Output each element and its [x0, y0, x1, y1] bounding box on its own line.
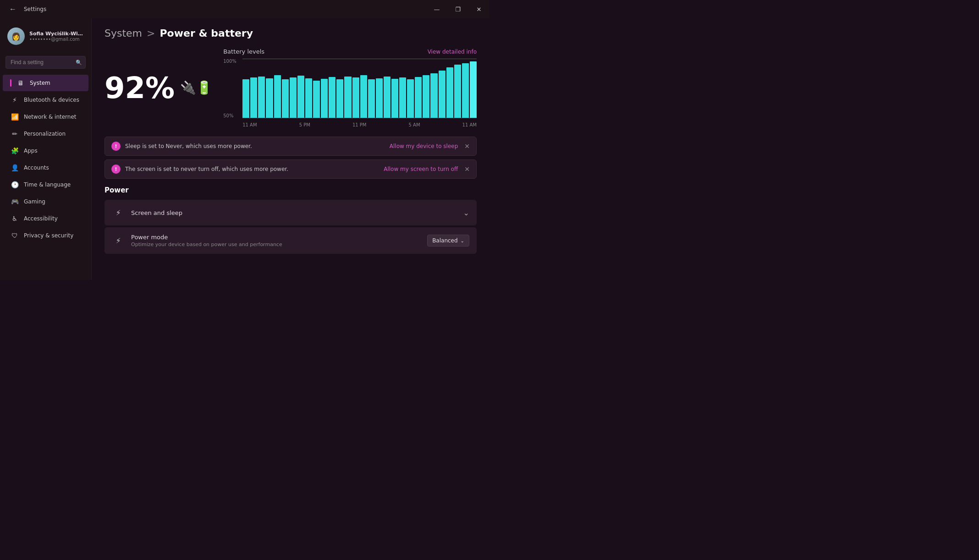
- active-indicator: [10, 79, 11, 87]
- notification-sleep: ! Sleep is set to Never, which uses more…: [104, 137, 477, 156]
- chart-bar: [266, 78, 273, 118]
- nav-label-bluetooth: Bluetooth & devices: [24, 97, 79, 103]
- chart-bar: [258, 77, 265, 118]
- chart-bar: [282, 79, 289, 118]
- nav-items-container: 🖥 System ⚡ Bluetooth & devices 📶 Network…: [0, 74, 91, 244]
- nav-icon-system: 🖥: [16, 78, 25, 88]
- search-box: 🔍: [6, 56, 86, 69]
- back-button[interactable]: ←: [6, 3, 20, 15]
- sidebar-item-accounts[interactable]: 👤 Accounts: [3, 159, 88, 176]
- nav-icon-bluetooth: ⚡: [10, 95, 19, 104]
- user-info: Sofia Wyciślik-Wilson ••••••••@gmail.com: [29, 31, 84, 42]
- chart-bar: [321, 79, 328, 118]
- chart-bar: [399, 77, 406, 118]
- nav-label-privacy: Privacy & security: [24, 232, 73, 239]
- chart-bar: [352, 77, 359, 118]
- sidebar-item-bluetooth[interactable]: ⚡ Bluetooth & devices: [3, 92, 88, 108]
- search-input[interactable]: [6, 56, 86, 69]
- maximize-button[interactable]: ❐: [447, 0, 468, 18]
- sidebar-item-gaming[interactable]: 🎮 Gaming: [3, 193, 88, 210]
- nav-icon-network: 📶: [10, 112, 19, 121]
- user-email: ••••••••@gmail.com: [29, 37, 84, 42]
- setting-label-power-mode: Power mode: [131, 234, 427, 241]
- chart-bar: [250, 77, 257, 118]
- chart-bar: [336, 79, 343, 118]
- nav-label-personalization: Personalization: [24, 131, 66, 137]
- nav-icon-gaming: 🎮: [10, 197, 19, 206]
- chart-bar: [329, 77, 336, 118]
- nav-icon-accounts: 👤: [10, 163, 19, 172]
- power-items-container: ⚡ Screen and sleep ⌄ ⚡ Power mode Optimi…: [104, 200, 477, 254]
- chart-y-labels: 100% 50%: [223, 59, 236, 127]
- notif-close-screen[interactable]: ✕: [464, 165, 470, 173]
- chart-y-50: 50%: [223, 113, 236, 118]
- power-section-title: Power: [104, 186, 477, 194]
- close-button[interactable]: ✕: [468, 0, 490, 18]
- battery-chart-section: Battery levels View detailed info 100% 5…: [223, 48, 477, 127]
- notif-text-screen: The screen is set to never turn off, whi…: [125, 166, 384, 172]
- chart-x-label: 11 AM: [462, 122, 477, 127]
- main-content: 👩 Sofia Wyciślik-Wilson ••••••••@gmail.c…: [0, 18, 490, 280]
- sidebar-item-accessibility[interactable]: ♿ Accessibility: [3, 210, 88, 227]
- chart-bar: [290, 77, 297, 118]
- power-mode-dropdown[interactable]: Balanced ⌄: [427, 235, 469, 247]
- battery-icon: 🔌🔋: [180, 82, 212, 94]
- chart-x-label: 5 AM: [409, 122, 420, 127]
- breadcrumb-separator: >: [147, 27, 155, 39]
- chart-bar: [454, 65, 461, 118]
- setting-right-power-mode: Balanced ⌄: [427, 235, 469, 247]
- chart-bar: [423, 75, 429, 118]
- notif-icon-screen: !: [111, 165, 121, 174]
- power-item-screen-sleep[interactable]: ⚡ Screen and sleep ⌄: [104, 200, 477, 225]
- notification-screen: ! The screen is set to never turn off, w…: [104, 159, 477, 179]
- chart-x-label: 11 PM: [352, 122, 367, 127]
- chart-bar: [391, 79, 398, 118]
- nav-label-network: Network & internet: [24, 114, 77, 120]
- chart-bar: [407, 79, 414, 118]
- setting-icon-power-mode: ⚡: [112, 234, 125, 247]
- chart-x-label: 11 AM: [242, 122, 257, 127]
- nav-icon-privacy: 🛡: [10, 231, 19, 240]
- main-panel: System > Power & battery 92% 🔌🔋 Battery …: [92, 18, 490, 280]
- avatar-image: 👩: [7, 27, 25, 45]
- breadcrumb: System > Power & battery: [104, 27, 477, 39]
- battery-percent-value: 92%: [104, 73, 175, 103]
- titlebar: ← Settings — ❐ ✕: [0, 0, 490, 18]
- chart-bar: [462, 63, 469, 118]
- chart-bar: [430, 73, 437, 118]
- sidebar-item-time[interactable]: 🕐 Time & language: [3, 176, 88, 193]
- sidebar-item-privacy[interactable]: 🛡 Privacy & security: [3, 227, 88, 244]
- power-item-power-mode[interactable]: ⚡ Power mode Optimize your device based …: [104, 227, 477, 254]
- battery-percentage-area: 92% 🔌🔋: [104, 48, 212, 127]
- chart-bar: [470, 61, 477, 118]
- nav-label-gaming: Gaming: [24, 198, 45, 205]
- view-detailed-link[interactable]: View detailed info: [428, 49, 477, 55]
- chart-bar: [242, 79, 249, 118]
- breadcrumb-parent[interactable]: System: [104, 27, 142, 39]
- battery-levels-title: Battery levels: [223, 48, 264, 55]
- minimize-button[interactable]: —: [426, 0, 447, 18]
- battery-display: 92% 🔌🔋: [104, 73, 212, 103]
- setting-label-screen-sleep: Screen and sleep: [131, 209, 463, 216]
- sidebar-item-system[interactable]: 🖥 System: [3, 75, 88, 91]
- chart-x-labels: 11 AM5 PM11 PM5 AM11 AM: [242, 122, 477, 127]
- setting-info-screen-sleep: Screen and sleep: [131, 209, 463, 216]
- notif-close-sleep[interactable]: ✕: [464, 143, 470, 150]
- nav-label-apps: Apps: [24, 148, 38, 154]
- notif-icon-sleep: !: [111, 142, 121, 151]
- avatar: 👩: [7, 27, 25, 45]
- sidebar-item-network[interactable]: 📶 Network & internet: [3, 109, 88, 125]
- chart-bar: [376, 78, 383, 118]
- nav-label-accessibility: Accessibility: [24, 215, 58, 222]
- notif-action-screen[interactable]: Allow my screen to turn off: [384, 166, 458, 172]
- sidebar-item-apps[interactable]: 🧩 Apps: [3, 143, 88, 159]
- power-mode-value: Balanced: [432, 237, 457, 244]
- setting-right-screen-sleep: ⌄: [463, 209, 469, 217]
- notif-action-sleep[interactable]: Allow my device to sleep: [390, 143, 458, 149]
- user-section[interactable]: 👩 Sofia Wyciślik-Wilson ••••••••@gmail.c…: [0, 22, 91, 50]
- setting-sub-power-mode: Optimize your device based on power use …: [131, 242, 427, 247]
- chart-bar: [446, 67, 453, 118]
- sidebar-item-personalization[interactable]: ✏️ Personalization: [3, 126, 88, 142]
- battery-chart: 100% 50% 11 AM5 PM11 PM5 AM11 AM: [223, 59, 477, 127]
- chart-bar: [384, 77, 390, 118]
